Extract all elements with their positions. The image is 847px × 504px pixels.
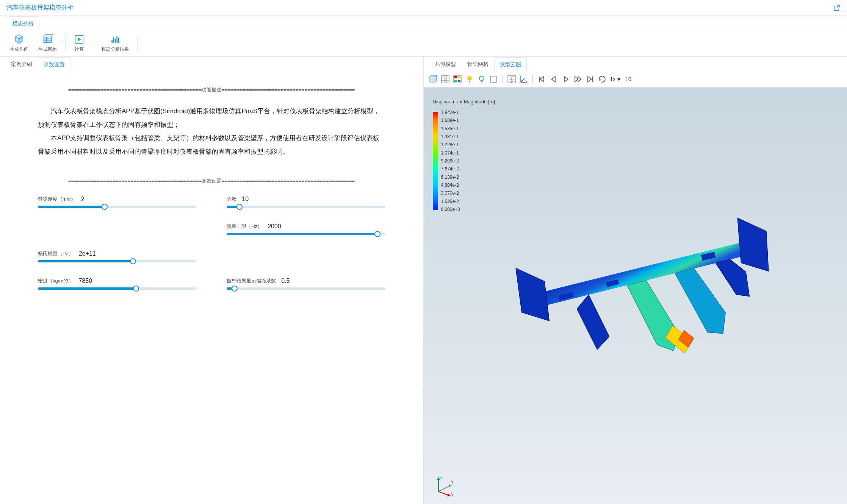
toolbar-separator: [137, 36, 138, 51]
freq-upper-slider[interactable]: [227, 233, 385, 235]
svg-text:Y: Y: [451, 480, 454, 484]
play-fast-icon[interactable]: [572, 73, 584, 85]
svg-marker-41: [551, 76, 555, 82]
orders-label: 阶数: [227, 196, 236, 203]
view-axes-icon[interactable]: zy: [518, 73, 529, 85]
svg-marker-40: [540, 76, 544, 82]
tab-param-settings[interactable]: 参数设置: [38, 57, 70, 71]
svg-marker-58: [447, 493, 451, 496]
disp-coef-value: 0.5: [281, 278, 290, 284]
play-icon[interactable]: [560, 73, 571, 85]
play-prev-icon[interactable]: [548, 73, 559, 85]
svg-text:X: X: [451, 493, 454, 497]
thickness-value: 2: [81, 196, 85, 203]
view-grid-icon[interactable]: [440, 73, 451, 85]
svg-rect-25: [458, 80, 460, 82]
playback-frame: 10: [624, 76, 633, 82]
view-fit-icon[interactable]: [506, 73, 517, 85]
svg-rect-3: [44, 37, 52, 43]
svg-line-36: [521, 78, 524, 82]
svg-marker-42: [564, 76, 568, 82]
svg-rect-24: [454, 80, 457, 82]
svg-text:Z: Z: [440, 476, 443, 480]
svg-line-54: [438, 486, 450, 492]
svg-rect-12: [115, 39, 116, 43]
density-value: 7850: [79, 278, 92, 284]
svg-rect-10: [111, 40, 113, 43]
viz-separator: [503, 75, 503, 83]
description-p1: 汽车仪表板骨架模态分析APP基于伏图(Simdroid)通用多物理场仿真PaaS…: [38, 105, 385, 131]
svg-point-28: [479, 76, 484, 81]
svg-marker-45: [588, 76, 592, 82]
page-title: 汽车仪表板骨架模态分析: [7, 4, 74, 12]
viewport-canvas[interactable]: Displacement Magnitude [m] 1.842e-1 1.68…: [424, 87, 847, 504]
toolbar-separator: [65, 36, 66, 51]
description-p2: 本APP支持调整仪表板骨架（包括管梁、支架等）的材料参数以及管梁壁厚，方便使用者…: [38, 131, 385, 158]
tab-mode-shape[interactable]: 振型云图: [494, 57, 527, 71]
play-last-icon[interactable]: [584, 73, 596, 85]
svg-marker-43: [575, 76, 578, 82]
generate-geometry-button[interactable]: 生成几何: [5, 33, 33, 54]
popout-icon[interactable]: [833, 5, 840, 11]
generate-mesh-label: 生成网格: [39, 46, 57, 53]
tab-modal-analysis[interactable]: 模态分析: [7, 16, 39, 30]
tab-skeleton-mesh[interactable]: 骨架网格: [462, 57, 494, 71]
playback-speed-selector[interactable]: 1x▼: [609, 76, 623, 82]
freq-upper-value: 2000: [268, 223, 281, 230]
legend-colorbar: [433, 112, 438, 210]
svg-rect-29: [481, 81, 482, 83]
axis-gizmo[interactable]: Z Y X: [433, 474, 456, 497]
youngs-value: 2e+11: [79, 250, 96, 257]
svg-text:z: z: [520, 75, 521, 76]
density-slider[interactable]: [38, 287, 196, 290]
orders-value: 10: [242, 196, 249, 203]
view-colormap-icon[interactable]: [452, 73, 463, 85]
svg-rect-22: [454, 76, 457, 78]
density-label: 密度（kg/m^3）: [38, 278, 74, 284]
section-desc-divider: ========================================…: [0, 75, 423, 97]
view-box-icon[interactable]: [488, 73, 499, 85]
youngs-slider[interactable]: [38, 260, 196, 262]
generate-mesh-button[interactable]: 生成网格: [34, 33, 61, 54]
simulation-model[interactable]: [502, 171, 798, 421]
orders-slider[interactable]: [227, 206, 385, 208]
viz-separator: [532, 75, 533, 83]
svg-rect-30: [491, 76, 497, 82]
freq-upper-label: 频率上限（Hz）: [227, 223, 262, 230]
svg-rect-15: [430, 77, 435, 82]
svg-rect-27: [469, 81, 470, 83]
tab-geo-model[interactable]: 几何模型: [429, 57, 462, 71]
svg-marker-9: [78, 37, 81, 42]
generate-geometry-label: 生成几何: [10, 46, 28, 53]
tab-case-intro[interactable]: 案例介绍: [5, 57, 38, 71]
thickness-slider[interactable]: [38, 206, 196, 208]
thickness-label: 管梁厚度（mm）: [38, 196, 76, 203]
section-params-divider: ========================================…: [0, 166, 423, 188]
toolbar-separator: [93, 36, 93, 51]
modal-results-label: 模态分析结果: [102, 46, 129, 53]
svg-marker-55: [449, 484, 452, 487]
compute-label: 计算: [75, 46, 84, 53]
svg-rect-16: [442, 75, 449, 83]
view-bulb-icon[interactable]: [476, 73, 487, 85]
svg-rect-14: [118, 38, 119, 43]
play-first-icon[interactable]: [536, 73, 547, 85]
svg-line-57: [438, 492, 449, 495]
svg-rect-23: [458, 76, 460, 78]
disp-coef-slider[interactable]: [227, 287, 385, 290]
youngs-label: 杨氏模量（Pa）: [38, 250, 74, 257]
legend-values: 1.842e-1 1.688e-1 1.535e-1 1.381e-1 1.22…: [441, 110, 460, 212]
svg-rect-13: [117, 36, 118, 43]
disp-coef-label: 振型结果显示偏移系数: [227, 278, 276, 284]
view-light-icon[interactable]: [464, 73, 475, 85]
svg-marker-52: [437, 477, 440, 480]
compute-button[interactable]: 计算: [69, 33, 89, 54]
view-cube-icon[interactable]: [427, 73, 439, 85]
svg-text:y: y: [526, 79, 528, 82]
svg-point-26: [468, 76, 471, 80]
modal-results-button[interactable]: 模态分析结果: [97, 33, 133, 54]
legend-title: Displacement Magnitude [m]: [433, 99, 495, 105]
svg-rect-11: [113, 37, 114, 43]
loop-icon[interactable]: [597, 73, 608, 85]
